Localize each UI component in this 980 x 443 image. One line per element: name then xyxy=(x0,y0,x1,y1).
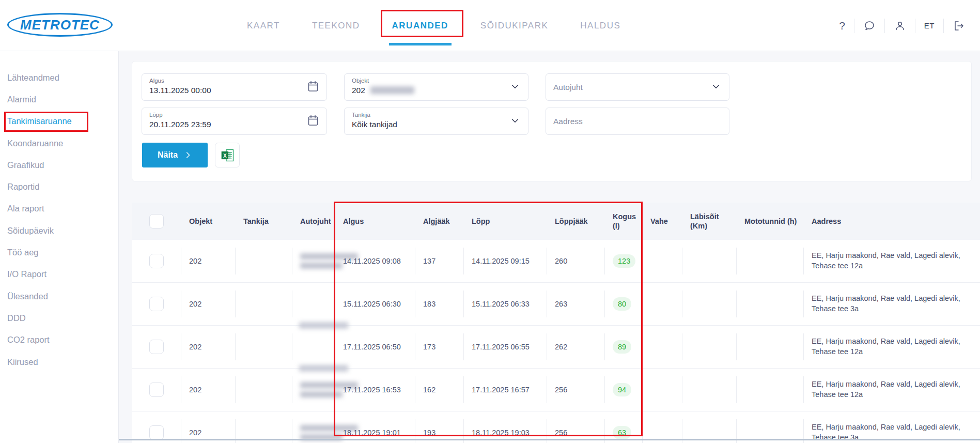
cell-aadress: EE, Harju maakond, Rae vald, Lagedi alev… xyxy=(803,326,980,368)
row-checkbox[interactable] xyxy=(149,297,164,311)
cell-labisoit xyxy=(682,369,736,411)
help-icon[interactable]: ? xyxy=(830,20,854,32)
sidebar-item-raportid[interactable]: Raportid xyxy=(0,176,118,197)
sidebar-item-too-aeg[interactable]: Töö aeg xyxy=(0,241,118,263)
cell-objekt: 202 xyxy=(181,240,235,282)
refueler-select-field[interactable]: Tankija Kõik tankijad xyxy=(344,108,528,135)
chevron-down-icon[interactable] xyxy=(509,115,521,128)
chat-icon[interactable] xyxy=(854,20,884,32)
cell-vahe xyxy=(642,283,682,325)
refueler-value: Kõik tankijad xyxy=(352,119,521,130)
col-header-loppjaak: Lõppjääk xyxy=(547,217,604,226)
cell-autojuht xyxy=(292,326,335,368)
cell-objekt: 202 xyxy=(181,411,235,443)
row-checkbox[interactable] xyxy=(149,383,164,397)
cell-tankija xyxy=(235,283,292,325)
export-excel-button[interactable]: X xyxy=(215,143,240,167)
col-header-lopp: Lõpp xyxy=(463,217,547,226)
sidebar-item-soidupaevik[interactable]: Sõidupäevik xyxy=(0,220,118,241)
calendar-icon[interactable] xyxy=(307,114,319,129)
sidebar-item-ala-raport[interactable]: Ala raport xyxy=(0,198,118,220)
report-filter-panel: Algus 13.11.2025 00:00 Objekt 202 xyxy=(132,61,972,181)
topbar-actions: ? ET xyxy=(830,0,974,51)
nav-tab-kaart[interactable]: KAART xyxy=(247,0,280,51)
select-all-checkbox[interactable] xyxy=(149,214,164,228)
cell-lopp: 17.11.2025 16:57 xyxy=(463,369,547,411)
date-end-field[interactable]: Lõpp 20.11.2025 23:59 xyxy=(142,108,327,135)
cell-vahe xyxy=(642,326,682,368)
cell-loppjaak: 256 xyxy=(547,411,604,443)
row-checkbox[interactable] xyxy=(149,425,164,440)
address-input-field[interactable]: Aadress xyxy=(546,108,729,135)
col-header-aadress: Aadress xyxy=(803,217,980,226)
cell-labisoit xyxy=(682,283,736,325)
cell-loppjaak: 262 xyxy=(547,326,604,368)
cell-vahe xyxy=(642,411,682,443)
kogus-value-badge: 63 xyxy=(613,426,631,439)
cell-aadress: EE, Harju maakond, Rae vald, Lagedi alev… xyxy=(803,240,980,282)
sidebar-item-co2-raport[interactable]: CO2 raport xyxy=(0,329,118,351)
sidebar-item-alarmid[interactable]: Alarmid xyxy=(0,88,118,110)
cell-tankija xyxy=(235,326,292,368)
chevron-down-icon[interactable] xyxy=(710,81,722,94)
sidebar-item-kiirused[interactable]: Kiirused xyxy=(0,351,118,373)
object-select-field[interactable]: Objekt 202 xyxy=(344,73,528,101)
cell-algus: 14.11.2025 09:08 xyxy=(335,240,415,282)
cell-vahe xyxy=(642,240,682,282)
cell-kogus: 94 xyxy=(604,369,642,411)
sidebar-item-graafikud[interactable]: Graafikud xyxy=(0,154,118,176)
logout-icon[interactable] xyxy=(944,20,974,32)
cell-autojuht xyxy=(292,240,335,282)
cell-tankija xyxy=(235,369,292,411)
col-header-kogus: Kogus (l) xyxy=(604,212,642,231)
table-header-row: Objekt Tankija Autojuht Algus Algjääk Lõ… xyxy=(132,203,980,240)
sidebar-menu: Lähteandmed Alarmid Tankimisaruanne Koon… xyxy=(0,67,118,373)
nav-tab-soidukipark[interactable]: SÕIDUKIPARK xyxy=(480,0,548,51)
cell-algjaak: 193 xyxy=(415,411,463,443)
nav-tab-aruanded-label: ARUANDED xyxy=(392,21,448,31)
sidebar-item-ddd[interactable]: DDD xyxy=(0,307,118,329)
kogus-value-badge: 89 xyxy=(613,340,631,354)
sidebar-item-koondaruanne[interactable]: Koondaruanne xyxy=(0,132,118,154)
topbar: METROTEC KAART TEEKOND ARUANDED SÕIDUKIP… xyxy=(0,0,980,51)
date-start-label: Algus xyxy=(149,78,319,85)
chevron-down-icon[interactable] xyxy=(509,81,521,94)
language-selector[interactable]: ET xyxy=(915,21,943,30)
cell-tankija xyxy=(235,411,292,443)
sidebar-item-lahteandmed[interactable]: Lähteandmed xyxy=(0,67,118,88)
cell-autojuht xyxy=(292,411,335,443)
table-row: 202 15.11.2025 06:30 183 15.11.2025 06:3… xyxy=(132,283,980,326)
sidebar-item-io-raport[interactable]: I/O Raport xyxy=(0,264,118,285)
row-checkbox[interactable] xyxy=(149,340,164,354)
driver-select-field[interactable]: Autojuht xyxy=(546,73,729,101)
cell-loppjaak: 256 xyxy=(547,369,604,411)
cell-objekt: 202 xyxy=(181,283,235,325)
cell-algjaak: 173 xyxy=(415,326,463,368)
calendar-icon[interactable] xyxy=(307,80,319,95)
sidebar: Lähteandmed Alarmid Tankimisaruanne Koon… xyxy=(0,51,119,443)
cell-objekt: 202 xyxy=(181,326,235,368)
refueler-label: Tankija xyxy=(352,112,521,119)
row-checkbox[interactable] xyxy=(149,254,164,268)
show-report-button[interactable]: Näita xyxy=(142,143,208,167)
col-header-algus: Algus xyxy=(335,217,415,226)
sidebar-item-tankimisaruanne[interactable]: Tankimisaruanne xyxy=(0,111,118,132)
object-label: Objekt xyxy=(352,78,521,85)
nav-tab-aruanded[interactable]: ARUANDED xyxy=(392,0,448,51)
cell-mototunnid xyxy=(736,411,803,443)
logo-text: METROTEC xyxy=(20,17,100,33)
cell-lopp: 17.11.2025 06:55 xyxy=(463,326,547,368)
sidebar-item-ulesanded[interactable]: Ülesanded xyxy=(0,285,118,307)
nav-tab-teekond[interactable]: TEEKOND xyxy=(312,0,360,51)
table-row: 202 17.11.2025 06:50 173 17.11.2025 06:5… xyxy=(132,326,980,369)
cell-algjaak: 137 xyxy=(415,240,463,282)
cell-aadress: EE, Harju maakond, Rae vald, Lagedi alev… xyxy=(803,411,980,443)
user-icon[interactable] xyxy=(885,20,915,32)
date-end-label: Lõpp xyxy=(149,112,319,119)
nav-tab-haldus[interactable]: HALDUS xyxy=(580,0,620,51)
date-start-field[interactable]: Algus 13.11.2025 00:00 xyxy=(142,73,327,101)
cell-mototunnid xyxy=(736,283,803,325)
col-header-labisoit: Läbisõit (Km) xyxy=(682,212,736,231)
date-end-value: 20.11.2025 23:59 xyxy=(149,119,319,130)
metrotec-logo[interactable]: METROTEC xyxy=(7,13,113,37)
